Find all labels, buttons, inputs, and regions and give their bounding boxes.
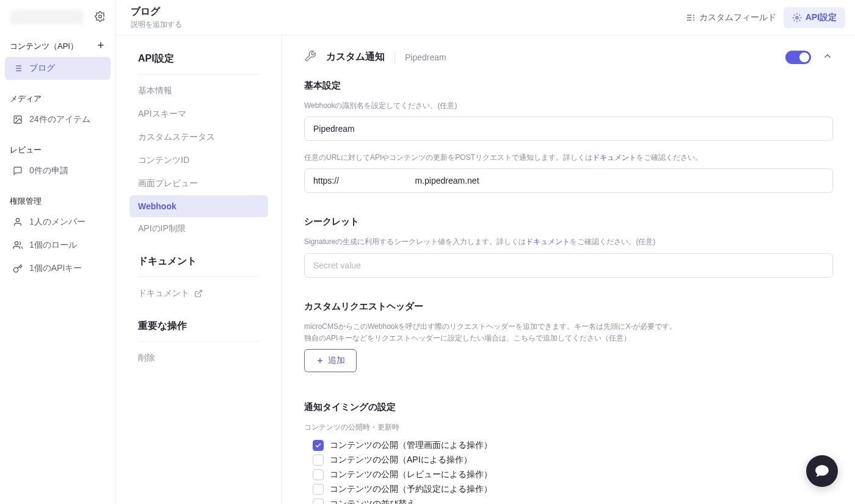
- workspace-settings-button[interactable]: [95, 11, 106, 24]
- api-settings-button[interactable]: API設定: [784, 7, 845, 28]
- chat-icon: [814, 463, 830, 479]
- sidebar-perm-heading: 権限管理: [5, 182, 111, 211]
- title-block: ブログ 説明を追加する: [131, 5, 182, 30]
- checkbox-row[interactable]: コンテンツの並び替え: [313, 497, 833, 504]
- hint-text: Signatureの生成に利用するシークレット値を入力します。詳しくは: [304, 237, 526, 246]
- section-title: 基本設定: [304, 80, 833, 92]
- sidebar-item-media[interactable]: 24件のアイテム: [5, 108, 111, 131]
- timing-subtitle: コンテンツの公開時・更新時: [304, 422, 833, 433]
- checkbox[interactable]: [313, 499, 324, 504]
- add-header-button[interactable]: 追加: [304, 349, 357, 372]
- checkbox-group: コンテンツの公開（管理画面による操作）コンテンツの公開（APIによる操作）コンテ…: [313, 438, 833, 504]
- url-hint: 任意のURLに対してAPIやコンテンツの更新をPOSTリクエストで通知します。詳…: [304, 152, 833, 164]
- hint-text: microCMSからこのWebhookを呼び出す際のリクエストヘッダーを追加でき…: [304, 322, 677, 331]
- chat-fab[interactable]: [806, 455, 838, 487]
- webhook-enabled-toggle[interactable]: [785, 51, 811, 64]
- checkbox-row[interactable]: コンテンツの公開（APIによる操作）: [313, 453, 833, 467]
- api-settings-label: API設定: [806, 12, 837, 23]
- secret-input[interactable]: [304, 253, 833, 278]
- hint-text: 独自のAPIキーなどをリクエストヘッダーに設定したい場合は、こちらで追加してくだ…: [304, 334, 631, 342]
- add-api-button[interactable]: [96, 40, 106, 52]
- settings-nav-label: 削除: [138, 353, 155, 364]
- settings-nav-group-api: API設定 基本情報 APIスキーマ カスタムステータス コンテンツID 画面プ…: [138, 52, 260, 240]
- settings-nav-webhook[interactable]: Webhook: [129, 195, 268, 217]
- section-title: シークレット: [304, 216, 833, 228]
- checkbox-row[interactable]: コンテンツの公開（管理画面による操作）: [313, 438, 833, 453]
- docs-link[interactable]: ドキュメント: [526, 237, 570, 246]
- fields-icon: [686, 13, 696, 23]
- sidebar-item-label: 1個のAPIキー: [29, 263, 82, 274]
- main-wrap: ブログ 説明を追加する カスタムフィールド API設定 API設定 基本情報 A…: [116, 0, 855, 504]
- hint-text: 任意のURLに対してAPIやコンテンツの更新をPOSTリクエストで通知します。詳…: [304, 153, 592, 162]
- settings-nav-basic[interactable]: 基本情報: [129, 79, 268, 103]
- sidebar-item-review[interactable]: 0件の申請: [5, 159, 111, 182]
- checkbox[interactable]: [313, 484, 324, 495]
- pane-subtitle: Pipedream: [405, 52, 446, 62]
- settings-nav-schema[interactable]: APIスキーマ: [129, 103, 268, 126]
- hint-text: をご確認ください。: [636, 153, 702, 162]
- settings-nav-group-danger: 重要な操作 削除: [138, 320, 260, 370]
- sidebar-item-label: ブログ: [29, 63, 55, 74]
- svg-point-10: [16, 118, 17, 119]
- webhook-url-input[interactable]: [304, 168, 833, 193]
- key-icon: [12, 264, 23, 273]
- checkbox-label: コンテンツの公開（APIによる操作）: [330, 455, 472, 466]
- collapse-button[interactable]: [822, 51, 833, 63]
- plus-icon: [96, 40, 106, 50]
- basic-section: 基本設定 Webhookの識別名を設定してください。(任意) 任意のURLに対し…: [304, 80, 833, 204]
- docs-link[interactable]: ドキュメント: [592, 153, 636, 162]
- sidebar-media-heading: メディア: [5, 80, 111, 108]
- chevron-up-icon: [822, 51, 833, 62]
- settings-nav-label: カスタムステータス: [138, 132, 215, 143]
- timing-section: 通知タイミングの設定 コンテンツの公開時・更新時 コンテンツの公開（管理画面によ…: [304, 401, 833, 504]
- checkbox-label: コンテンツの公開（管理画面による操作）: [330, 440, 492, 451]
- header-right: カスタムフィールド API設定: [686, 7, 845, 28]
- settings-nav: API設定 基本情報 APIスキーマ カスタムステータス コンテンツID 画面プ…: [116, 35, 282, 504]
- checkbox-row[interactable]: コンテンツの公開（予約設定による操作）: [313, 482, 833, 497]
- divider: [395, 51, 395, 63]
- settings-nav-title: API設定: [138, 52, 260, 74]
- custom-fields-button[interactable]: カスタムフィールド: [686, 12, 776, 23]
- svg-line-20: [198, 290, 202, 294]
- settings-nav-docs-link[interactable]: ドキュメント: [129, 282, 268, 305]
- content-pane: カスタム通知 Pipedream 基本設定 Webhookの識別名を設定してくだ…: [282, 35, 855, 504]
- sidebar-item-roles[interactable]: 1個のロール: [5, 234, 111, 257]
- sidebar-item-members[interactable]: 1人のメンバー: [5, 211, 111, 234]
- name-hint: Webhookの識別名を設定してください。(任意): [304, 100, 833, 112]
- custom-header-section: カスタムリクエストヘッダー microCMSからこのWebhookを呼び出す際の…: [304, 301, 833, 389]
- checkbox-label: コンテンツの公開（レビューによる操作）: [330, 469, 492, 480]
- workspace-logo: [10, 10, 83, 24]
- settings-nav-contentid[interactable]: コンテンツID: [129, 149, 268, 172]
- gear-icon: [95, 11, 106, 22]
- webhook-name-input[interactable]: [304, 117, 833, 141]
- sidebar-item-label: 24件のアイテム: [29, 114, 90, 125]
- page-title: ブログ: [131, 5, 182, 18]
- settings-nav-delete[interactable]: 削除: [129, 347, 268, 370]
- comment-icon: [12, 166, 23, 176]
- gear-icon: [792, 13, 802, 23]
- checkbox-label: コンテンツの公開（予約設定による操作）: [330, 484, 492, 495]
- list-icon: [12, 63, 23, 73]
- settings-nav-status[interactable]: カスタムステータス: [129, 126, 268, 149]
- secret-section: シークレット Signatureの生成に利用するシークレット値を入力します。詳し…: [304, 216, 833, 288]
- sidebar-item-apikeys[interactable]: 1個のAPIキー: [5, 257, 111, 280]
- hint-text: をご確認ください。(任意): [570, 237, 655, 246]
- settings-nav-preview[interactable]: 画面プレビュー: [129, 172, 268, 195]
- sidebar-item-blog[interactable]: ブログ: [5, 57, 111, 80]
- section-title: カスタムリクエストヘッダー: [304, 301, 833, 312]
- sidebar: コンテンツ（API） ブログ メディア 24件のアイテム レビュー 0件の申請 …: [0, 0, 116, 504]
- settings-nav-label: APIスキーマ: [138, 109, 186, 120]
- image-icon: [12, 115, 23, 124]
- svg-point-12: [15, 242, 18, 245]
- checkbox[interactable]: [313, 469, 324, 480]
- checkbox-row[interactable]: コンテンツの公開（レビューによる操作）: [313, 467, 833, 482]
- page-description[interactable]: 説明を追加する: [131, 20, 182, 30]
- checkbox[interactable]: [313, 440, 324, 451]
- checkbox[interactable]: [313, 455, 324, 466]
- sidebar-workspace-row: [5, 7, 111, 35]
- sidebar-item-label: 0件の申請: [29, 165, 68, 176]
- settings-nav-title: 重要な操作: [138, 320, 260, 342]
- settings-nav-iprestrict[interactable]: APIのIP制限: [129, 217, 268, 240]
- user-icon: [12, 217, 23, 227]
- settings-nav-label: コンテンツID: [138, 155, 189, 166]
